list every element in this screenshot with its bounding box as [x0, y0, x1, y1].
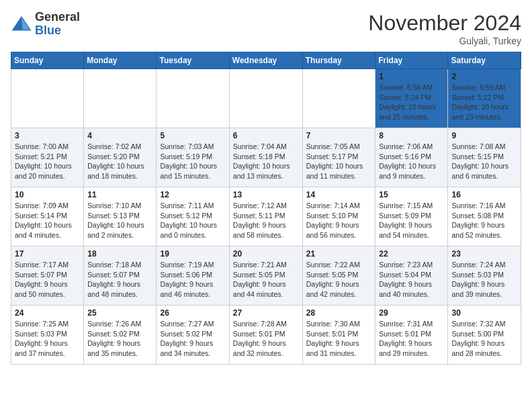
day-number: 2	[451, 72, 517, 81]
day-info: Sunrise: 7:19 AMSunset: 5:06 PMDaylight:…	[160, 260, 225, 300]
day-number: 19	[160, 249, 225, 259]
weekday-header: Tuesday	[157, 52, 229, 69]
calendar-week-row: 17Sunrise: 7:17 AMSunset: 5:07 PMDayligh…	[11, 246, 521, 306]
calendar-day-cell: 3Sunrise: 7:00 AMSunset: 5:21 PMDaylight…	[11, 128, 84, 187]
calendar-day-cell: 4Sunrise: 7:02 AMSunset: 5:20 PMDaylight…	[84, 128, 157, 187]
day-info: Sunrise: 7:24 AMSunset: 5:03 PMDaylight:…	[451, 260, 517, 300]
calendar-week-row: 1Sunrise: 6:58 AMSunset: 5:24 PMDaylight…	[11, 69, 521, 128]
calendar-day-cell	[229, 69, 302, 128]
calendar-day-cell: 28Sunrise: 7:30 AMSunset: 5:01 PMDayligh…	[302, 306, 375, 365]
calendar-day-cell: 6Sunrise: 7:04 AMSunset: 5:18 PMDaylight…	[229, 128, 302, 187]
day-info: Sunrise: 7:32 AMSunset: 5:00 PMDaylight:…	[451, 319, 517, 359]
logo: General Blue	[11, 11, 80, 38]
calendar-day-cell: 9Sunrise: 7:08 AMSunset: 5:15 PMDaylight…	[448, 128, 521, 187]
day-number: 20	[233, 249, 299, 259]
calendar-day-cell: 26Sunrise: 7:27 AMSunset: 5:02 PMDayligh…	[157, 306, 229, 365]
day-number: 16	[451, 190, 517, 199]
calendar-day-cell: 12Sunrise: 7:11 AMSunset: 5:12 PMDayligh…	[157, 187, 229, 246]
calendar-day-cell	[157, 69, 229, 128]
calendar-day-cell: 15Sunrise: 7:15 AMSunset: 5:09 PMDayligh…	[375, 187, 448, 246]
calendar-day-cell: 23Sunrise: 7:24 AMSunset: 5:03 PMDayligh…	[448, 246, 521, 306]
day-number: 26	[160, 308, 225, 318]
day-number: 21	[306, 249, 372, 259]
calendar-day-cell: 1Sunrise: 6:58 AMSunset: 5:24 PMDaylight…	[375, 69, 448, 128]
month-title: November 2024	[368, 11, 521, 36]
day-number: 1	[379, 72, 444, 81]
day-info: Sunrise: 7:22 AMSunset: 5:05 PMDaylight:…	[306, 260, 372, 300]
calendar-day-cell: 18Sunrise: 7:18 AMSunset: 5:07 PMDayligh…	[84, 246, 157, 306]
logo-text: General Blue	[35, 11, 80, 38]
weekday-header: Friday	[375, 52, 448, 69]
day-number: 25	[87, 308, 152, 318]
calendar-week-row: 3Sunrise: 7:00 AMSunset: 5:21 PMDaylight…	[11, 128, 521, 187]
day-number: 13	[233, 190, 299, 199]
svg-marker-1	[21, 17, 30, 30]
calendar-week-row: 24Sunrise: 7:25 AMSunset: 5:03 PMDayligh…	[11, 306, 521, 365]
day-number: 27	[233, 308, 299, 318]
day-number: 14	[306, 190, 372, 199]
day-info: Sunrise: 7:10 AMSunset: 5:13 PMDaylight:…	[87, 201, 152, 240]
day-info: Sunrise: 7:27 AMSunset: 5:02 PMDaylight:…	[160, 319, 225, 359]
day-info: Sunrise: 7:31 AMSunset: 5:01 PMDaylight:…	[379, 319, 444, 359]
calendar-day-cell	[84, 69, 157, 128]
day-info: Sunrise: 7:28 AMSunset: 5:01 PMDaylight:…	[233, 319, 299, 359]
day-info: Sunrise: 6:59 AMSunset: 5:22 PMDaylight:…	[451, 83, 517, 122]
day-info: Sunrise: 7:06 AMSunset: 5:16 PMDaylight:…	[379, 142, 444, 181]
calendar-day-cell	[11, 69, 84, 128]
day-info: Sunrise: 7:00 AMSunset: 5:21 PMDaylight:…	[15, 142, 80, 181]
day-info: Sunrise: 7:30 AMSunset: 5:01 PMDaylight:…	[306, 319, 372, 359]
day-number: 28	[306, 308, 372, 318]
calendar-day-cell: 24Sunrise: 7:25 AMSunset: 5:03 PMDayligh…	[11, 306, 84, 365]
calendar-day-cell: 10Sunrise: 7:09 AMSunset: 5:14 PMDayligh…	[11, 187, 84, 246]
calendar-day-cell	[302, 69, 375, 128]
calendar-day-cell: 7Sunrise: 7:05 AMSunset: 5:17 PMDaylight…	[302, 128, 375, 187]
title-block: November 2024 Gulyali, Turkey	[368, 11, 521, 46]
calendar-day-cell: 19Sunrise: 7:19 AMSunset: 5:06 PMDayligh…	[157, 246, 229, 306]
day-info: Sunrise: 7:02 AMSunset: 5:20 PMDaylight:…	[87, 142, 152, 181]
weekday-header-row: SundayMondayTuesdayWednesdayThursdayFrid…	[11, 52, 521, 69]
day-info: Sunrise: 7:05 AMSunset: 5:17 PMDaylight:…	[306, 142, 372, 181]
weekday-header: Saturday	[448, 52, 521, 69]
day-number: 17	[15, 249, 80, 259]
page-header: General Blue November 2024 Gulyali, Turk…	[11, 11, 521, 46]
day-info: Sunrise: 7:17 AMSunset: 5:07 PMDaylight:…	[15, 260, 80, 300]
calendar-day-cell: 27Sunrise: 7:28 AMSunset: 5:01 PMDayligh…	[229, 306, 302, 365]
day-info: Sunrise: 7:26 AMSunset: 5:02 PMDaylight:…	[87, 319, 152, 359]
calendar-day-cell: 25Sunrise: 7:26 AMSunset: 5:02 PMDayligh…	[84, 306, 157, 365]
calendar-table: SundayMondayTuesdayWednesdayThursdayFrid…	[11, 52, 521, 365]
day-number: 24	[15, 308, 80, 318]
day-info: Sunrise: 7:09 AMSunset: 5:14 PMDaylight:…	[15, 201, 80, 240]
calendar-day-cell: 21Sunrise: 7:22 AMSunset: 5:05 PMDayligh…	[302, 246, 375, 306]
day-number: 8	[379, 131, 444, 140]
calendar-day-cell: 30Sunrise: 7:32 AMSunset: 5:00 PMDayligh…	[448, 306, 521, 365]
day-number: 5	[160, 131, 225, 140]
day-info: Sunrise: 7:15 AMSunset: 5:09 PMDaylight:…	[379, 201, 444, 240]
calendar-day-cell: 2Sunrise: 6:59 AMSunset: 5:22 PMDaylight…	[448, 69, 521, 128]
day-info: Sunrise: 7:11 AMSunset: 5:12 PMDaylight:…	[160, 201, 225, 240]
day-number: 6	[233, 131, 299, 140]
day-number: 10	[15, 190, 80, 199]
calendar-week-row: 10Sunrise: 7:09 AMSunset: 5:14 PMDayligh…	[11, 187, 521, 246]
location-subtitle: Gulyali, Turkey	[368, 36, 521, 46]
day-info: Sunrise: 7:23 AMSunset: 5:04 PMDaylight:…	[379, 260, 444, 300]
day-number: 23	[451, 249, 517, 259]
day-number: 30	[451, 308, 517, 318]
calendar-day-cell: 13Sunrise: 7:12 AMSunset: 5:11 PMDayligh…	[229, 187, 302, 246]
calendar-day-cell: 5Sunrise: 7:03 AMSunset: 5:19 PMDaylight…	[157, 128, 229, 187]
day-info: Sunrise: 7:03 AMSunset: 5:19 PMDaylight:…	[160, 142, 225, 181]
day-number: 9	[451, 131, 517, 140]
day-number: 22	[379, 249, 444, 259]
day-info: Sunrise: 7:14 AMSunset: 5:10 PMDaylight:…	[306, 201, 372, 240]
weekday-header: Wednesday	[229, 52, 302, 69]
logo-icon	[11, 13, 32, 35]
weekday-header: Sunday	[11, 52, 84, 69]
day-number: 15	[379, 190, 444, 199]
calendar-day-cell: 14Sunrise: 7:14 AMSunset: 5:10 PMDayligh…	[302, 187, 375, 246]
calendar-day-cell: 16Sunrise: 7:16 AMSunset: 5:08 PMDayligh…	[448, 187, 521, 246]
day-info: Sunrise: 7:25 AMSunset: 5:03 PMDaylight:…	[15, 319, 80, 359]
day-number: 7	[306, 131, 372, 140]
day-info: Sunrise: 7:12 AMSunset: 5:11 PMDaylight:…	[233, 201, 299, 240]
calendar-day-cell: 8Sunrise: 7:06 AMSunset: 5:16 PMDaylight…	[375, 128, 448, 187]
calendar-day-cell: 17Sunrise: 7:17 AMSunset: 5:07 PMDayligh…	[11, 246, 84, 306]
day-number: 29	[379, 308, 444, 318]
